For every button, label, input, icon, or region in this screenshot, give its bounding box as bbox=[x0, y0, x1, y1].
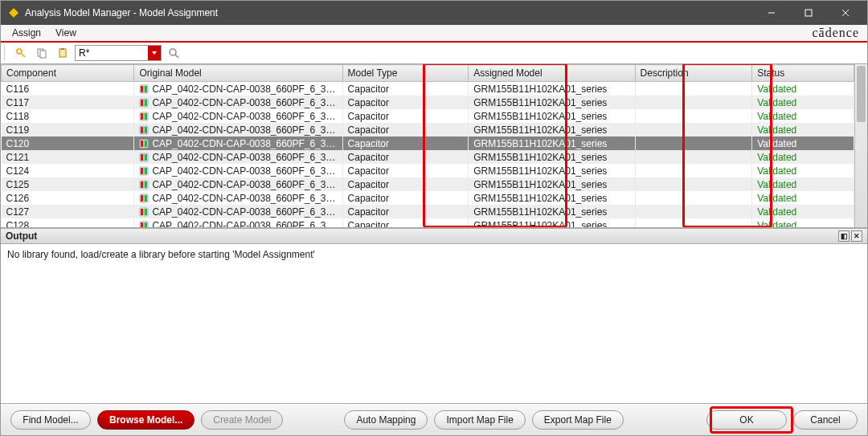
auto-mapping-button[interactable]: Auto Mapping bbox=[344, 410, 428, 430]
cell-model-type[interactable]: Capacitor bbox=[342, 205, 469, 218]
cell-status[interactable]: Validated bbox=[752, 177, 854, 191]
cell-status[interactable]: Validated bbox=[752, 123, 854, 137]
cell-description[interactable] bbox=[635, 96, 752, 109]
cell-component[interactable]: C116 bbox=[2, 82, 134, 96]
cell-original-model[interactable]: CAP_0402-CDN-CAP-0038_660PF_6_3V... bbox=[134, 205, 342, 218]
table-row[interactable]: C119CAP_0402-CDN-CAP-0038_660PF_6_3V...C… bbox=[2, 123, 854, 137]
cell-original-model[interactable]: CAP_0402-CDN-CAP-0038_660PF_6_3V... bbox=[134, 137, 342, 150]
cell-description[interactable] bbox=[635, 205, 752, 218]
cell-assigned-model[interactable]: GRM155B11H102KA01_series bbox=[469, 205, 635, 218]
col-model-type[interactable]: Model Type bbox=[342, 65, 469, 82]
cell-status[interactable]: Validated bbox=[752, 164, 854, 177]
cell-assigned-model[interactable]: GRM155B11H102KA01_series bbox=[469, 164, 635, 177]
cell-description[interactable] bbox=[635, 191, 752, 205]
col-assigned-model[interactable]: Assigned Model bbox=[469, 65, 635, 82]
cell-description[interactable] bbox=[635, 164, 752, 177]
cancel-button[interactable]: Cancel bbox=[793, 410, 858, 430]
cell-component[interactable]: C118 bbox=[2, 109, 134, 123]
cell-original-model[interactable]: CAP_0402-CDN-CAP-0038_660PF_6_3V... bbox=[134, 191, 342, 205]
cell-assigned-model[interactable]: GRM155B11H102KA01_series bbox=[469, 218, 635, 228]
cell-description[interactable] bbox=[635, 82, 752, 96]
cell-model-type[interactable]: Capacitor bbox=[342, 109, 469, 123]
cell-description[interactable] bbox=[635, 177, 752, 191]
table-row[interactable]: C124CAP_0402-CDN-CAP-0038_660PF_6_3V...C… bbox=[2, 164, 854, 177]
cell-assigned-model[interactable]: GRM155B11H102KA01_series bbox=[469, 177, 635, 191]
cell-component[interactable]: C120 bbox=[2, 137, 134, 150]
cell-description[interactable] bbox=[635, 218, 752, 228]
vertical-scrollbar[interactable] bbox=[854, 64, 867, 228]
cell-status[interactable]: Validated bbox=[752, 191, 854, 205]
cell-model-type[interactable]: Capacitor bbox=[342, 96, 469, 109]
table-row[interactable]: C117CAP_0402-CDN-CAP-0038_660PF_6_3V...C… bbox=[2, 96, 854, 109]
cell-model-type[interactable]: Capacitor bbox=[342, 82, 469, 96]
browse-model-button[interactable]: Browse Model... bbox=[97, 410, 194, 430]
cell-assigned-model[interactable]: GRM155B11H102KA01_series bbox=[469, 96, 635, 109]
cell-assigned-model[interactable]: GRM155B11H102KA01_series bbox=[469, 82, 635, 96]
cell-description[interactable] bbox=[635, 137, 752, 150]
cell-model-type[interactable]: Capacitor bbox=[342, 123, 469, 137]
cell-status[interactable]: Validated bbox=[752, 205, 854, 218]
table-row[interactable]: C116CAP_0402-CDN-CAP-0038_660PF_6_3V...C… bbox=[2, 82, 854, 96]
cell-component[interactable]: C119 bbox=[2, 123, 134, 137]
cell-original-model[interactable]: CAP_0402-CDN-CAP-0038_660PF_6_3V... bbox=[134, 96, 342, 109]
col-component[interactable]: Component bbox=[2, 65, 134, 82]
find-icon[interactable] bbox=[12, 44, 30, 62]
search-icon[interactable] bbox=[165, 44, 182, 62]
filter-input[interactable] bbox=[76, 46, 148, 60]
col-description[interactable]: Description bbox=[635, 65, 752, 82]
close-panel-icon[interactable]: ✕ bbox=[851, 230, 862, 242]
cell-original-model[interactable]: CAP_0402-CDN-CAP-0038_660PF_6_3V... bbox=[134, 109, 342, 123]
cell-assigned-model[interactable]: GRM155B11H102KA01_series bbox=[469, 137, 635, 150]
filter-dropdown-icon[interactable] bbox=[148, 46, 161, 60]
cell-original-model[interactable]: CAP_0402-CDN-CAP-0038_660PF_6_3V... bbox=[134, 218, 342, 228]
cell-component[interactable]: C126 bbox=[2, 191, 134, 205]
cell-original-model[interactable]: CAP_0402-CDN-CAP-0038_660PF_6_3V... bbox=[134, 164, 342, 177]
table-row[interactable]: C127CAP_0402-CDN-CAP-0038_660PF_6_3V...C… bbox=[2, 205, 854, 218]
cell-component[interactable]: C125 bbox=[2, 177, 134, 191]
undock-icon[interactable]: ◧ bbox=[838, 230, 850, 242]
col-status[interactable]: Status bbox=[752, 65, 854, 82]
filter-combo[interactable] bbox=[75, 45, 162, 61]
cell-original-model[interactable]: CAP_0402-CDN-CAP-0038_660PF_6_3V... bbox=[134, 123, 342, 137]
menu-view[interactable]: View bbox=[49, 26, 83, 40]
cell-assigned-model[interactable]: GRM155B11H102KA01_series bbox=[469, 109, 635, 123]
close-button[interactable] bbox=[827, 1, 864, 25]
cell-model-type[interactable]: Capacitor bbox=[342, 164, 469, 177]
cell-assigned-model[interactable]: GRM155B11H102KA01_series bbox=[469, 123, 635, 137]
cell-model-type[interactable]: Capacitor bbox=[342, 177, 469, 191]
cell-original-model[interactable]: CAP_0402-CDN-CAP-0038_660PF_6_3V... bbox=[134, 177, 342, 191]
table-row[interactable]: C121CAP_0402-CDN-CAP-0038_660PF_6_3V...C… bbox=[2, 150, 854, 164]
table-row[interactable]: C128CAP_0402-CDN-CAP-0038_660PF_6_3V...C… bbox=[2, 218, 854, 228]
cell-description[interactable] bbox=[635, 123, 752, 137]
cell-model-type[interactable]: Capacitor bbox=[342, 137, 469, 150]
table-row[interactable]: C126CAP_0402-CDN-CAP-0038_660PF_6_3V...C… bbox=[2, 191, 854, 205]
cell-status[interactable]: Validated bbox=[752, 218, 854, 228]
cell-component[interactable]: C127 bbox=[2, 205, 134, 218]
cell-status[interactable]: Validated bbox=[752, 96, 854, 109]
cell-original-model[interactable]: CAP_0402-CDN-CAP-0038_660PF_6_3V... bbox=[134, 150, 342, 164]
export-map-file-button[interactable]: Export Map File bbox=[532, 410, 624, 430]
maximize-button[interactable] bbox=[790, 1, 827, 25]
cell-description[interactable] bbox=[635, 109, 752, 123]
copy-icon[interactable] bbox=[33, 44, 51, 62]
cell-component[interactable]: C117 bbox=[2, 96, 134, 109]
table-row[interactable]: C118CAP_0402-CDN-CAP-0038_660PF_6_3V...C… bbox=[2, 109, 854, 123]
minimize-button[interactable] bbox=[753, 1, 790, 25]
cell-model-type[interactable]: Capacitor bbox=[342, 191, 469, 205]
menu-assign[interactable]: Assign bbox=[6, 26, 47, 40]
cell-component[interactable]: C128 bbox=[2, 218, 134, 228]
table-row[interactable]: C120CAP_0402-CDN-CAP-0038_660PF_6_3V...C… bbox=[2, 137, 854, 150]
scrollbar-thumb[interactable] bbox=[857, 66, 866, 122]
cell-model-type[interactable]: Capacitor bbox=[342, 218, 469, 228]
cell-component[interactable]: C121 bbox=[2, 150, 134, 164]
cell-status[interactable]: Validated bbox=[752, 150, 854, 164]
cell-status[interactable]: Validated bbox=[752, 109, 854, 123]
cell-assigned-model[interactable]: GRM155B11H102KA01_series bbox=[469, 150, 635, 164]
cell-assigned-model[interactable]: GRM155B11H102KA01_series bbox=[469, 191, 635, 205]
cell-model-type[interactable]: Capacitor bbox=[342, 150, 469, 164]
ok-button[interactable]: OK bbox=[706, 410, 787, 430]
paste-icon[interactable] bbox=[54, 44, 72, 62]
cell-original-model[interactable]: CAP_0402-CDN-CAP-0038_660PF_6_3V... bbox=[134, 82, 342, 96]
cell-description[interactable] bbox=[635, 150, 752, 164]
cell-status[interactable]: Validated bbox=[752, 82, 854, 96]
